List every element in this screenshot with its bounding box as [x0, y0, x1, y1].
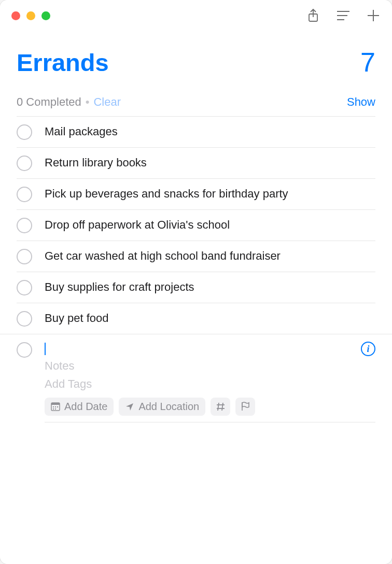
add-date-button[interactable]: Add Date: [45, 398, 114, 416]
completed-count: 0 Completed: [17, 95, 81, 109]
svg-rect-10: [57, 406, 58, 407]
clear-button[interactable]: Clear: [93, 95, 121, 109]
list-count: 7: [360, 47, 375, 78]
add-location-label: Add Location: [138, 401, 199, 413]
flag-icon: [241, 402, 250, 411]
reminder-checkbox[interactable]: [17, 342, 32, 358]
quick-actions: Add Date Add Location: [45, 398, 375, 422]
reminder-item[interactable]: Return library books: [17, 147, 375, 178]
reminder-text: Return library books: [45, 155, 375, 171]
reminder-item[interactable]: Get car washed at high school band fundr…: [17, 241, 375, 272]
reminder-item[interactable]: Drop off paperwork at Olivia's school: [17, 209, 375, 241]
subheader: 0 Completed • Clear Show: [0, 83, 392, 116]
titlebar: [0, 0, 392, 31]
notes-input[interactable]: Notes: [45, 358, 375, 374]
show-button[interactable]: Show: [347, 95, 375, 109]
add-tag-button[interactable]: [211, 398, 230, 416]
reminder-checkbox[interactable]: [17, 156, 32, 171]
reminder-item[interactable]: Mail packages: [17, 116, 375, 147]
minimize-window-button[interactable]: [26, 11, 35, 20]
add-date-label: Add Date: [64, 401, 107, 413]
share-icon[interactable]: [306, 8, 320, 23]
reminder-text: Buy supplies for craft projects: [45, 279, 375, 295]
reminder-checkbox[interactable]: [17, 249, 32, 264]
new-reminder-row: i Notes Add Tags: [0, 334, 392, 422]
svg-line-14: [222, 403, 223, 411]
svg-line-13: [218, 403, 219, 411]
close-window-button[interactable]: [11, 11, 20, 20]
reminder-checkbox[interactable]: [17, 187, 32, 202]
svg-rect-11: [53, 408, 54, 410]
reminder-text: Mail packages: [45, 124, 375, 140]
calendar-icon: [51, 402, 60, 411]
reminder-item[interactable]: Buy pet food: [17, 303, 375, 334]
reminder-checkbox[interactable]: [17, 124, 32, 140]
completed-info: 0 Completed • Clear: [17, 95, 121, 109]
hash-icon: [216, 402, 225, 411]
list-header: Errands 7: [0, 31, 392, 83]
maximize-window-button[interactable]: [41, 11, 50, 20]
reminder-item[interactable]: Buy supplies for craft projects: [17, 272, 375, 303]
add-flag-button[interactable]: [235, 398, 255, 416]
reminder-checkbox[interactable]: [17, 218, 32, 233]
reminders-window: Errands 7 0 Completed • Clear Show Mail …: [0, 0, 392, 564]
reminder-text: Get car washed at high school band fundr…: [45, 248, 375, 264]
reminder-text: Pick up beverages and snacks for birthda…: [45, 186, 375, 202]
reminder-text: Buy pet food: [45, 311, 375, 327]
svg-rect-8: [53, 406, 54, 407]
svg-rect-12: [55, 408, 56, 410]
info-icon[interactable]: i: [361, 342, 375, 356]
view-options-icon[interactable]: [336, 8, 351, 23]
text-cursor: [45, 343, 46, 355]
new-reminder-title-input[interactable]: [45, 343, 46, 355]
add-reminder-icon[interactable]: [366, 8, 381, 23]
list-title: Errands: [17, 48, 109, 77]
svg-rect-9: [55, 406, 56, 407]
reminder-item[interactable]: Pick up beverages and snacks for birthda…: [17, 178, 375, 209]
svg-rect-7: [51, 403, 60, 405]
tags-input[interactable]: Add Tags: [45, 376, 375, 392]
location-arrow-icon: [125, 402, 134, 411]
reminders-list: Mail packages Return library books Pick …: [0, 116, 392, 334]
window-controls: [11, 11, 50, 20]
toolbar-actions: [306, 8, 381, 23]
separator: •: [86, 95, 90, 109]
reminder-text: Drop off paperwork at Olivia's school: [45, 217, 375, 233]
reminder-checkbox[interactable]: [17, 280, 32, 295]
add-location-button[interactable]: Add Location: [119, 398, 205, 416]
reminder-checkbox[interactable]: [17, 311, 32, 327]
